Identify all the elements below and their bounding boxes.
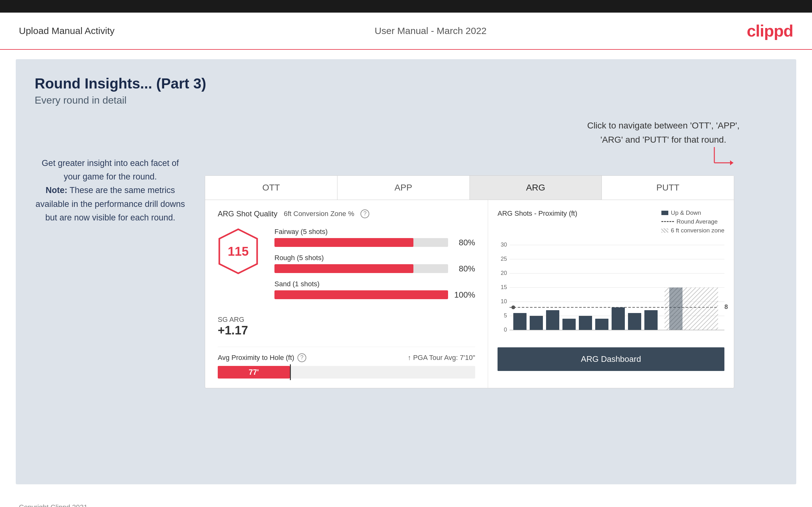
copyright-text: Copyright Clippd 2021 — [19, 503, 88, 507]
bar-label-sand: Sand (1 shots) — [274, 280, 475, 288]
legend-label-updown: Up & Down — [671, 210, 701, 216]
section-subtitle: 6ft Conversion Zone % — [284, 210, 354, 218]
bar-row-sand: Sand (1 shots) 100% — [274, 280, 475, 300]
svg-text:0: 0 — [504, 327, 507, 333]
nav-arrow-icon — [708, 147, 740, 172]
tab-arg[interactable]: ARG — [470, 176, 602, 200]
svg-point-19 — [511, 305, 515, 309]
svg-text:8: 8 — [724, 303, 728, 310]
chart-header: ARG Shots - Proximity (ft) Up & Down Rou… — [498, 210, 724, 234]
svg-rect-24 — [562, 319, 576, 330]
pga-avg: ↑ PGA Tour Avg: 7'10" — [408, 354, 475, 362]
legend-item-roundavg: Round Average — [661, 218, 724, 225]
svg-rect-27 — [612, 307, 625, 330]
tab-ott[interactable]: OTT — [205, 176, 338, 200]
chart-svg: 30 25 20 15 10 5 0 — [498, 240, 731, 341]
top-bar — [0, 0, 812, 13]
page-subtitle: Every round in detail — [35, 95, 777, 106]
nav-hint-text: Click to navigate between 'OTT', 'APP','… — [587, 119, 740, 147]
legend-label-conversion: 6 ft conversion zone — [671, 227, 724, 234]
tab-app[interactable]: APP — [338, 176, 470, 200]
svg-rect-25 — [579, 316, 592, 330]
svg-text:10: 10 — [501, 298, 507, 304]
svg-text:5: 5 — [504, 313, 507, 319]
proximity-section: Avg Proximity to Hole (ft) ? ↑ PGA Tour … — [218, 347, 475, 379]
svg-rect-22 — [530, 316, 543, 330]
bar-pct-rough: 80% — [453, 264, 475, 274]
legend-box-updown — [661, 211, 668, 215]
proximity-track: 77' — [218, 366, 475, 379]
chart-title: ARG Shots - Proximity (ft) — [498, 210, 577, 218]
content-layout: Get greater insight into each facet of y… — [35, 119, 777, 388]
bar-fill-sand — [274, 290, 448, 299]
hex-badge: 115 — [218, 228, 259, 275]
insights-card: OTT APP ARG PUTT — [205, 175, 734, 388]
chart-section: ARG Shots - Proximity (ft) Up & Down Rou… — [488, 200, 734, 388]
bar-fill-rough — [274, 264, 413, 273]
svg-rect-23 — [546, 310, 559, 330]
chart-svg-container: 30 25 20 15 10 5 0 — [498, 240, 724, 341]
note-label: Note: — [46, 185, 67, 195]
nav-hint-area: Click to navigate between 'OTT', 'APP','… — [205, 119, 740, 172]
sg-label: SG ARG — [218, 316, 475, 324]
svg-marker-2 — [730, 160, 733, 165]
tab-putt[interactable]: PUTT — [602, 176, 734, 200]
upload-manual-link[interactable]: Upload Manual Activity — [19, 25, 115, 36]
hex-value: 115 — [228, 244, 249, 258]
proximity-cursor — [290, 364, 291, 380]
left-description: Get greater insight into each facet of y… — [35, 157, 186, 225]
legend-dashed-roundavg — [661, 221, 674, 222]
bar-container-rough: 80% — [274, 264, 475, 274]
section-title: ARG Shot Quality — [218, 210, 277, 218]
bar-container-fairway: 80% — [274, 238, 475, 247]
bar-label-fairway: Fairway (5 shots) — [274, 228, 475, 236]
bar-pct-fairway: 80% — [453, 238, 475, 247]
legend-hatched-conversion — [661, 228, 668, 233]
proximity-bar-container: 77' — [218, 366, 475, 379]
proximity-title: Avg Proximity to Hole (ft) ? — [218, 353, 306, 362]
legend-item-conversion: 6 ft conversion zone — [661, 227, 724, 234]
svg-rect-21 — [513, 313, 526, 330]
bar-row-rough: Rough (5 shots) 80% — [274, 254, 475, 274]
bar-pct-sand: 100% — [453, 290, 475, 300]
svg-text:25: 25 — [501, 256, 507, 262]
svg-text:30: 30 — [501, 241, 507, 248]
proximity-header: Avg Proximity to Hole (ft) ? ↑ PGA Tour … — [218, 353, 475, 362]
page-title: Round Insights... (Part 3) — [35, 75, 777, 92]
help-icon[interactable]: ? — [360, 210, 369, 218]
svg-rect-28 — [628, 313, 641, 330]
legend-label-roundavg: Round Average — [676, 218, 718, 225]
bar-label-rough: Rough (5 shots) — [274, 254, 475, 262]
bar-track-sand — [274, 290, 448, 299]
arg-top: 115 Fairway (5 shots) — [218, 228, 475, 306]
bar-track-fairway — [274, 238, 448, 247]
card-area: Click to navigate between 'OTT', 'APP','… — [205, 119, 777, 388]
arg-dashboard-button[interactable]: ARG Dashboard — [498, 347, 724, 371]
sg-value: +1.17 — [218, 324, 475, 337]
copyright: Copyright Clippd 2021 — [0, 494, 812, 507]
svg-rect-29 — [644, 310, 658, 330]
legend-item-updown: Up & Down — [661, 210, 724, 216]
svg-text:15: 15 — [501, 284, 507, 290]
bar-container-sand: 100% — [274, 290, 475, 300]
left-panel: Get greater insight into each facet of y… — [35, 119, 186, 225]
chart-legend: Up & Down Round Average 6 ft conversion … — [661, 210, 724, 234]
proximity-help-icon[interactable]: ? — [297, 353, 306, 362]
tab-bar: OTT APP ARG PUTT — [205, 176, 734, 200]
bar-stats: Fairway (5 shots) 80% Rou — [274, 228, 475, 306]
clippd-logo: clippd — [747, 21, 793, 40]
header: Upload Manual Activity User Manual - Mar… — [0, 13, 812, 50]
svg-rect-32 — [669, 287, 682, 330]
sg-section: SG ARG +1.17 — [218, 316, 475, 337]
bar-row-fairway: Fairway (5 shots) 80% — [274, 228, 475, 247]
proximity-value: 77' — [249, 368, 259, 377]
proximity-fill: 77' — [218, 366, 290, 379]
document-title: User Manual - March 2022 — [375, 25, 487, 36]
svg-text:20: 20 — [501, 270, 507, 276]
section-header: ARG Shot Quality 6ft Conversion Zone % ? — [218, 210, 475, 218]
svg-rect-26 — [595, 319, 608, 330]
arg-shot-quality-section: ARG Shot Quality 6ft Conversion Zone % ? — [205, 200, 488, 388]
proximity-label: Avg Proximity to Hole (ft) — [218, 354, 294, 362]
card-body: ARG Shot Quality 6ft Conversion Zone % ? — [205, 200, 734, 388]
bar-fill-fairway — [274, 238, 413, 247]
